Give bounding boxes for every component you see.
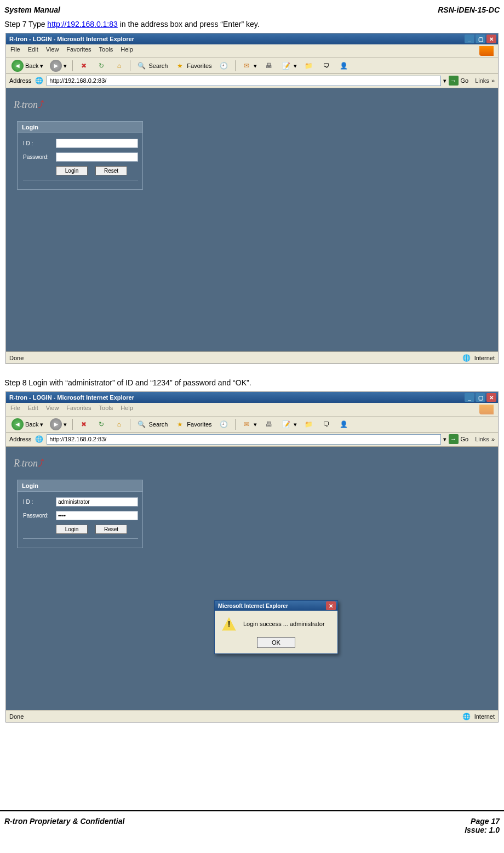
back-button[interactable]: ◄ Back ▾ — [9, 418, 45, 430]
stop-button[interactable]: ✖ — [76, 418, 91, 430]
menu-tools[interactable]: Tools — [99, 46, 113, 56]
dialog-ok-button[interactable]: OK — [257, 637, 295, 648]
step7-suffix: in the address box and press “Enter” key… — [118, 20, 260, 29]
links-chevron-icon[interactable]: » — [491, 436, 495, 442]
reset-button[interactable]: Reset — [95, 525, 127, 534]
separator — [235, 60, 236, 71]
page-content: R-tron⤴ Login I D : Password: Login Rese… — [6, 88, 498, 351]
menu-edit[interactable]: Edit — [28, 405, 38, 414]
refresh-button[interactable]: ↻ — [94, 418, 109, 430]
zone-icon: 🌐 — [461, 352, 472, 363]
discuss-button[interactable]: 🗨 — [319, 418, 334, 430]
dialog-body: ! Login success ... administrator — [215, 611, 337, 637]
print-icon: 🖶 — [264, 60, 274, 71]
search-label: Search — [148, 62, 168, 69]
go-button[interactable]: → — [449, 76, 459, 86]
history-button[interactable]: 🕘 — [216, 418, 232, 430]
search-button[interactable]: 🔍 Search — [134, 418, 170, 430]
zone-icon: 🌐 — [461, 711, 472, 722]
separator — [235, 419, 236, 430]
menu-favorites[interactable]: Favorites — [66, 46, 91, 56]
forward-arrow-icon: ► — [50, 60, 62, 72]
favorites-label: Favorites — [187, 421, 211, 428]
login-heading: Login — [17, 480, 143, 492]
discuss-icon: 🗨 — [321, 419, 332, 430]
stop-button[interactable]: ✖ — [76, 60, 91, 72]
login-heading: Login — [17, 121, 143, 133]
reset-button[interactable]: Reset — [95, 166, 127, 175]
forward-button[interactable]: ► ▾ — [48, 60, 69, 72]
address-input[interactable] — [47, 76, 440, 86]
mail-button[interactable]: ✉▾ — [239, 60, 259, 72]
history-icon: 🕘 — [219, 419, 230, 430]
back-button[interactable]: ◄ Back ▾ — [9, 60, 45, 72]
password-input[interactable] — [56, 511, 138, 520]
links-chevron-icon[interactable]: » — [491, 77, 495, 84]
messenger-button[interactable]: 👤 — [336, 418, 352, 430]
rtron-logo: R-tron⤴ — [14, 99, 43, 111]
history-button[interactable]: 🕘 — [216, 60, 232, 72]
favorites-button[interactable]: ★ Favorites — [172, 60, 214, 72]
login-button[interactable]: Login — [56, 166, 88, 175]
links-label[interactable]: Links — [475, 77, 489, 84]
id-input[interactable] — [56, 497, 138, 507]
menu-help[interactable]: Help — [121, 46, 133, 56]
minimize-button[interactable]: _ — [465, 393, 474, 402]
forward-button[interactable]: ► ▾ — [48, 418, 69, 430]
dropdown-icon: ▾ — [294, 62, 297, 70]
messenger-button[interactable]: 👤 — [336, 60, 352, 72]
id-input[interactable] — [56, 139, 138, 148]
folder-button[interactable]: 📁 — [301, 418, 317, 430]
search-button[interactable]: 🔍 Search — [134, 60, 170, 72]
address-input[interactable] — [47, 434, 440, 445]
page-icon: 🌐 — [33, 434, 44, 445]
folder-button[interactable]: 📁 — [301, 60, 317, 72]
menubar: File Edit View Favorites Tools Help — [6, 403, 498, 417]
print-button[interactable]: 🖶 — [261, 418, 277, 430]
address-dropdown-icon[interactable]: ▾ — [443, 77, 446, 84]
dialog-close-button[interactable]: ✕ — [326, 601, 336, 610]
dialog-titlebar: Microsoft Internet Explorer ✕ — [215, 601, 337, 611]
edit-button[interactable]: 📝▾ — [279, 60, 299, 72]
page-content: R-tron⤴ Login I D : Password: Login Rese… — [6, 447, 498, 710]
dropdown-icon: ▾ — [254, 62, 257, 70]
go-button[interactable]: → — [449, 434, 459, 444]
menu-view[interactable]: View — [46, 405, 59, 414]
menu-help[interactable]: Help — [121, 405, 133, 414]
close-button[interactable]: ✕ — [486, 35, 496, 43]
step7-url[interactable]: http://192.168.0.1:83 — [47, 20, 117, 29]
favorites-button[interactable]: ★ Favorites — [172, 418, 214, 430]
zone-label: Internet — [474, 355, 495, 361]
close-button[interactable]: ✕ — [486, 393, 496, 402]
folder-icon: 📁 — [303, 60, 314, 71]
ie-window-1: R-tron - LOGIN - Microsoft Internet Expl… — [5, 33, 499, 364]
menu-edit[interactable]: Edit — [28, 46, 38, 56]
print-button[interactable]: 🖶 — [261, 60, 277, 72]
links-label[interactable]: Links — [475, 436, 489, 442]
menu-favorites[interactable]: Favorites — [66, 405, 91, 414]
doc-header: System Manual RSN-iDEN-15-DC — [0, 0, 504, 16]
address-dropdown-icon[interactable]: ▾ — [443, 436, 446, 443]
discuss-button[interactable]: 🗨 — [319, 60, 334, 72]
dropdown-icon: ▾ — [254, 421, 257, 428]
refresh-button[interactable]: ↻ — [94, 60, 109, 72]
login-button[interactable]: Login — [56, 525, 88, 534]
menu-view[interactable]: View — [46, 46, 59, 56]
titlebar: R-tron - LOGIN - Microsoft Internet Expl… — [6, 392, 498, 403]
dialog-title: Microsoft Internet Explorer — [218, 603, 288, 609]
maximize-button[interactable]: ▢ — [476, 35, 485, 43]
edit-button[interactable]: 📝▾ — [279, 418, 299, 430]
password-input[interactable] — [56, 152, 138, 162]
toolbar: ◄ Back ▾ ► ▾ ✖ ↻ ⌂ 🔍 Search ★ Favorites … — [6, 417, 498, 433]
maximize-button[interactable]: ▢ — [476, 393, 485, 402]
home-button[interactable]: ⌂ — [111, 60, 127, 72]
menu-file[interactable]: File — [10, 46, 20, 56]
stop-icon: ✖ — [78, 419, 89, 430]
menu-tools[interactable]: Tools — [99, 405, 113, 414]
step7-text: Step 7 Type http://192.168.0.1:83 in the… — [0, 16, 504, 31]
home-button[interactable]: ⌂ — [111, 418, 127, 430]
minimize-button[interactable]: _ — [465, 35, 474, 43]
zone-label: Internet — [474, 713, 495, 720]
menu-file[interactable]: File — [10, 405, 20, 414]
mail-button[interactable]: ✉▾ — [239, 418, 259, 430]
